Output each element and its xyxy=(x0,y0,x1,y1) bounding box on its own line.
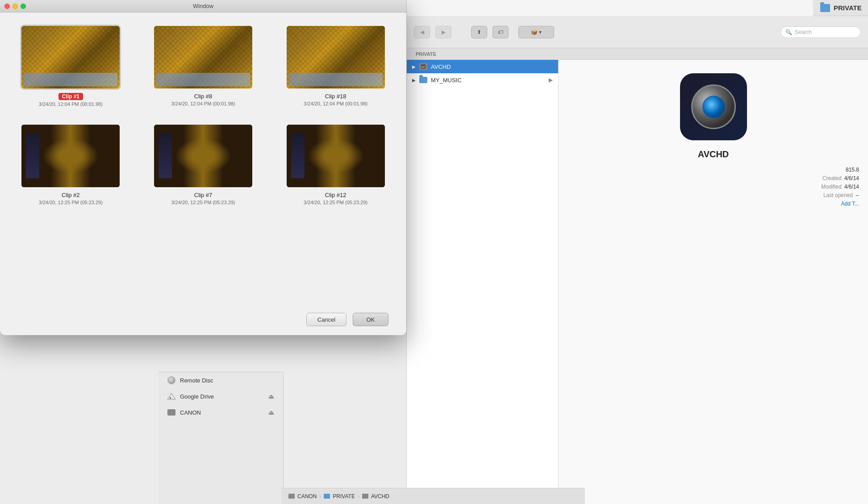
eject-gdrive-button[interactable]: ⏏ xyxy=(268,393,274,400)
last-opened-value: -- xyxy=(855,192,859,198)
clip-thumb-12 xyxy=(287,125,385,187)
app-icon-container xyxy=(680,73,747,140)
clip-1-meta: 3/24/20, 12:04 PM (00:01.98) xyxy=(39,101,103,107)
search-icon: 🔍 xyxy=(785,29,792,35)
size-value: 815.8 xyxy=(846,167,859,173)
bottom-sidebar: Remote Disc ▲ Google Drive ⏏ CANON ⏏ xyxy=(159,372,284,504)
tag-button[interactable]: 🏷 xyxy=(492,26,509,38)
share-button[interactable]: ⬆ xyxy=(471,26,487,38)
bc-folder-icon xyxy=(324,494,330,499)
dialog-titlebar: Window xyxy=(0,0,406,13)
created-value: 4/6/14 xyxy=(844,175,859,181)
clip-item-18[interactable]: Clip #18 3/24/20, 12:04 PM (00:01.98) xyxy=(283,26,388,107)
finder-title: PRIVATE xyxy=(834,4,862,12)
tree-label-mymusic: MY_MUSIC xyxy=(431,77,462,84)
detail-panel: AVCHD 815.8 Created 4/6/14 Modified 4/6/… xyxy=(559,60,868,504)
clip-2-meta: 3/24/20, 12:25 PM (05:23.29) xyxy=(39,200,103,205)
sidebar-section-label: PRIVATE xyxy=(407,48,868,60)
created-label: Created xyxy=(822,175,842,181)
expand-arrow: ▶ xyxy=(549,77,553,83)
remote-disc-label: Remote Disc xyxy=(180,377,213,384)
clip-18-meta: 3/24/20, 12:04 PM (00:01.98) xyxy=(304,101,367,106)
clip-item-2[interactable]: Clip #2 3/24/20, 12:25 PM (05:23.29) xyxy=(18,125,124,205)
detail-info: 815.8 Created 4/6/14 Modified 4/6/14 Las… xyxy=(568,167,859,207)
clip-grid: Clip #1 3/24/20, 12:04 PM (00:01.98) Cli… xyxy=(0,13,406,214)
clip-thumb-1 xyxy=(21,26,120,88)
clip-item-7[interactable]: Clip #7 3/24/20, 12:25 PM (05:23.29) xyxy=(150,125,256,205)
cancel-button[interactable]: Cancel xyxy=(306,313,346,326)
tree-item-mymusic[interactable]: ▶ MY_MUSIC ▶ xyxy=(407,73,558,87)
gdrive-icon: ▲ xyxy=(167,393,175,400)
bc-canon-label[interactable]: CANON xyxy=(297,493,317,500)
tree-item-avchd[interactable]: ▶ AV AVCHD xyxy=(407,60,558,73)
bc-avchd-label[interactable]: AVCHD xyxy=(371,493,389,500)
traffic-lights xyxy=(4,4,26,9)
search-label: Search xyxy=(795,29,812,35)
bc-hd-icon xyxy=(288,494,295,499)
clip-8-label: Clip #8 xyxy=(194,93,212,100)
avchd-icon: AV xyxy=(419,63,427,70)
last-opened-label: Last opened xyxy=(823,192,853,198)
clip-thumb-2 xyxy=(21,125,120,187)
app-icon xyxy=(680,73,747,140)
folder-icon-mymusic xyxy=(419,77,427,83)
arrow-icon: ▶ xyxy=(412,64,416,69)
dialog-footer: Cancel OK xyxy=(0,304,406,335)
bc-sep-2: › xyxy=(358,493,359,500)
finder-title-bar: PRIVATE xyxy=(813,0,868,16)
bc-private-label[interactable]: PRIVATE xyxy=(333,493,355,500)
forward-button[interactable]: ▶ xyxy=(435,26,451,38)
disc-icon xyxy=(167,376,175,384)
clip-item-8[interactable]: Clip #8 3/24/20, 12:04 PM (00:01.98) xyxy=(150,26,256,107)
file-tree: ▶ AV AVCHD ▶ MY_MUSIC ▶ xyxy=(407,60,559,504)
ok-button[interactable]: OK xyxy=(353,313,388,326)
clip-thumb-18 xyxy=(287,26,385,88)
clip-8-meta: 3/24/20, 12:04 PM (00:01.98) xyxy=(171,101,235,106)
clip-18-label: Clip #18 xyxy=(325,93,346,100)
svg-text:AV: AV xyxy=(421,66,425,68)
close-button[interactable] xyxy=(4,4,10,9)
svg-text:▲: ▲ xyxy=(169,396,172,399)
canon-label: CANON xyxy=(180,409,201,416)
clip-chooser-dialog: Window Clip #1 3/24/20, 12:04 PM (00:01.… xyxy=(0,0,406,335)
dropbox-btn[interactable]: 📦 ▾ xyxy=(518,26,554,38)
google-drive-label: Google Drive xyxy=(180,393,214,400)
clip-thumb-7 xyxy=(154,125,252,187)
hd-icon xyxy=(167,409,175,416)
finder-panel: PRIVATE ◀ ▶ ⬆ 🏷 📦 ▾ 🔍 Search PRIVATE ▶ A… xyxy=(406,0,868,504)
bc-avchd-icon xyxy=(362,494,368,499)
back-button[interactable]: ◀ xyxy=(414,26,430,38)
sidebar-item-canon[interactable]: CANON ⏏ xyxy=(159,404,283,420)
dialog-title: Window xyxy=(193,3,213,9)
detail-title: AVCHD xyxy=(698,149,729,160)
clip-12-meta: 3/24/20, 12:25 PM (05:23.29) xyxy=(304,200,367,205)
disc-center xyxy=(702,96,725,118)
clip-2-label: Clip #2 xyxy=(62,192,79,198)
arrow-icon: ▶ xyxy=(412,78,416,83)
breadcrumb-bar: CANON › PRIVATE › AVCHD xyxy=(281,488,585,504)
clip-1-badge: Clip #1 xyxy=(58,93,83,100)
clip-12-label: Clip #12 xyxy=(325,192,346,198)
minimize-button[interactable] xyxy=(13,4,18,9)
search-box[interactable]: 🔍 Search xyxy=(780,26,861,38)
sidebar-item-google-drive[interactable]: ▲ Google Drive ⏏ xyxy=(159,388,283,404)
maximize-button[interactable] xyxy=(21,4,26,9)
clip-item-12[interactable]: Clip #12 3/24/20, 12:25 PM (05:23.29) xyxy=(283,125,388,205)
clip-item-1[interactable]: Clip #1 3/24/20, 12:04 PM (00:01.98) xyxy=(18,26,124,107)
sidebar-item-remote-disc[interactable]: Remote Disc xyxy=(159,372,283,388)
bc-sep-1: › xyxy=(319,493,321,500)
private-folder-icon xyxy=(820,4,830,12)
clip-7-meta: 3/24/20, 12:25 PM (05:23.29) xyxy=(171,200,235,205)
modified-value: 4/6/14 xyxy=(844,184,859,190)
clip-7-label: Clip #7 xyxy=(194,192,212,198)
eject-canon-button[interactable]: ⏏ xyxy=(268,409,274,416)
tree-label-avchd: AVCHD xyxy=(431,63,451,70)
clip-thumb-8 xyxy=(154,26,252,88)
add-tags-link[interactable]: Add T... xyxy=(841,201,859,207)
modified-label: Modified xyxy=(821,184,841,190)
finder-toolbar: ◀ ▶ ⬆ 🏷 📦 ▾ 🔍 Search xyxy=(407,16,868,48)
